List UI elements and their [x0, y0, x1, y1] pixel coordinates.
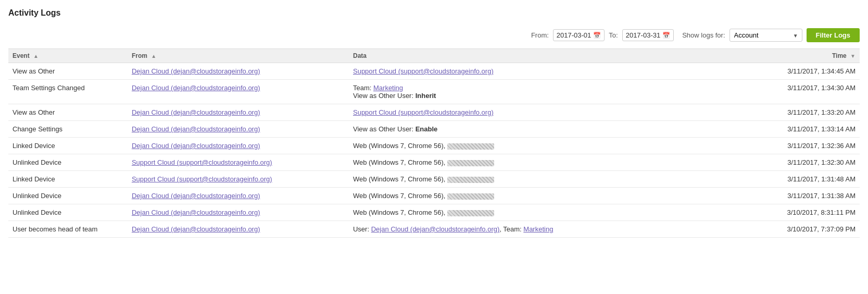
- from-label: From:: [531, 31, 549, 39]
- data-text: View as Other User: Enable: [353, 125, 437, 133]
- cell-from: Dejan Cloud (dejan@cloudstorageinfo.org): [128, 138, 349, 154]
- cell-time: 3/11/2017, 1:31:48 AM: [740, 171, 860, 188]
- cell-data: Web (Windows 7, Chrome 56),: [349, 154, 740, 171]
- data-device-text: Web (Windows 7, Chrome 56),: [353, 192, 447, 200]
- toolbar: From: 2017-03-01 📅 To: 2017-03-31 📅 Show…: [8, 28, 860, 42]
- page-title: Activity Logs: [8, 8, 860, 18]
- from-link[interactable]: Dejan Cloud (dejan@cloudstorageinfo.org): [132, 225, 260, 233]
- cell-event: View as Other: [8, 104, 128, 121]
- header-from[interactable]: From ▲: [128, 49, 349, 63]
- redacted-ip: [447, 193, 494, 200]
- user-link[interactable]: Dejan Cloud (dejan@cloudstorageinfo.org): [371, 225, 500, 233]
- cell-time: 3/10/2017, 8:31:11 PM: [740, 204, 860, 221]
- cell-event: Linked Device: [8, 171, 128, 188]
- to-date-value: 2017-03-31: [626, 31, 661, 39]
- from-link[interactable]: Support Cloud (support@cloudstorageinfo.…: [132, 175, 272, 183]
- redacted-ip: [447, 177, 494, 183]
- cell-event: Unlinked Device: [8, 154, 128, 171]
- table-row: Unlinked DeviceDejan Cloud (dejan@clouds…: [8, 188, 860, 204]
- data-device-text: Web (Windows 7, Chrome 56),: [353, 142, 447, 150]
- cell-data: Support Cloud (support@cloudstorageinfo.…: [349, 63, 740, 80]
- table-header-row: Event ▲ From ▲ Data Time ▼: [8, 49, 860, 63]
- data-team-line: Team: Marketing: [353, 84, 736, 92]
- cell-from: Dejan Cloud (dejan@cloudstorageinfo.org): [128, 188, 349, 204]
- cell-from: Dejan Cloud (dejan@cloudstorageinfo.org): [128, 204, 349, 221]
- sort-icon-time: ▼: [850, 53, 856, 59]
- filter-logs-button[interactable]: Filter Logs: [807, 28, 860, 42]
- calendar-icon-to: 📅: [662, 32, 670, 39]
- show-logs-label: Show logs for:: [682, 31, 725, 39]
- view-as-value: Inherit: [416, 92, 436, 100]
- cell-time: 3/10/2017, 7:37:09 PM: [740, 221, 860, 238]
- cell-from: Dejan Cloud (dejan@cloudstorageinfo.org): [128, 121, 349, 138]
- data-link[interactable]: Support Cloud (support@cloudstorageinfo.…: [353, 67, 494, 75]
- table-row: User becomes head of teamDejan Cloud (de…: [8, 221, 860, 238]
- activity-logs-table: Event ▲ From ▲ Data Time ▼ View as Other…: [8, 48, 860, 238]
- account-select[interactable]: Account: [729, 29, 802, 42]
- cell-data: Support Cloud (support@cloudstorageinfo.…: [349, 104, 740, 121]
- cell-time: 3/11/2017, 1:34:45 AM: [740, 63, 860, 80]
- from-link[interactable]: Dejan Cloud (dejan@cloudstorageinfo.org): [132, 84, 260, 92]
- cell-data: Web (Windows 7, Chrome 56),: [349, 138, 740, 154]
- cell-from: Dejan Cloud (dejan@cloudstorageinfo.org): [128, 63, 349, 80]
- account-select-wrapper[interactable]: Account: [729, 29, 802, 42]
- cell-event: Unlinked Device: [8, 188, 128, 204]
- table-row: View as OtherDejan Cloud (dejan@cloudsto…: [8, 104, 860, 121]
- cell-data: User: Dejan Cloud (dejan@cloudstorageinf…: [349, 221, 740, 238]
- to-date-input[interactable]: 2017-03-31 📅: [622, 29, 674, 41]
- cell-data: Team: MarketingView as Other User: Inher…: [349, 80, 740, 104]
- from-date-input[interactable]: 2017-03-01 📅: [553, 29, 605, 41]
- table-row: Unlinked DeviceSupport Cloud (support@cl…: [8, 154, 860, 171]
- header-data: Data: [349, 49, 740, 63]
- data-head-team-text: User: Dejan Cloud (dejan@cloudstorageinf…: [353, 225, 553, 233]
- from-date-value: 2017-03-01: [557, 31, 592, 39]
- cell-from: Dejan Cloud (dejan@cloudstorageinfo.org): [128, 104, 349, 121]
- cell-event: Team Settings Changed: [8, 80, 128, 104]
- data-view-as-line: View as Other User: Inherit: [353, 92, 736, 100]
- cell-time: 3/11/2017, 1:33:20 AM: [740, 104, 860, 121]
- cell-event: Linked Device: [8, 138, 128, 154]
- cell-event: Unlinked Device: [8, 204, 128, 221]
- from-link[interactable]: Support Cloud (support@cloudstorageinfo.…: [132, 158, 272, 166]
- table-row: View as OtherDejan Cloud (dejan@cloudsto…: [8, 63, 860, 80]
- cell-event: View as Other: [8, 63, 128, 80]
- calendar-icon-from: 📅: [593, 32, 601, 39]
- cell-data: Web (Windows 7, Chrome 56),: [349, 171, 740, 188]
- data-link[interactable]: Support Cloud (support@cloudstorageinfo.…: [353, 108, 494, 116]
- table-row: Linked DeviceDejan Cloud (dejan@cloudsto…: [8, 138, 860, 154]
- team-link[interactable]: Marketing: [523, 225, 553, 233]
- from-link[interactable]: Dejan Cloud (dejan@cloudstorageinfo.org): [132, 192, 260, 200]
- redacted-ip: [447, 160, 494, 166]
- data-device-text: Web (Windows 7, Chrome 56),: [353, 175, 447, 183]
- redacted-ip: [447, 210, 494, 216]
- redacted-ip: [447, 143, 494, 150]
- cell-data: Web (Windows 7, Chrome 56),: [349, 188, 740, 204]
- cell-data: Web (Windows 7, Chrome 56),: [349, 204, 740, 221]
- from-link[interactable]: Dejan Cloud (dejan@cloudstorageinfo.org): [132, 125, 260, 133]
- from-link[interactable]: Dejan Cloud (dejan@cloudstorageinfo.org): [132, 142, 260, 150]
- sort-icon-event: ▲: [33, 53, 39, 59]
- cell-from: Support Cloud (support@cloudstorageinfo.…: [128, 154, 349, 171]
- header-time[interactable]: Time ▼: [740, 49, 860, 63]
- cell-time: 3/11/2017, 1:31:38 AM: [740, 188, 860, 204]
- cell-from: Dejan Cloud (dejan@cloudstorageinfo.org): [128, 221, 349, 238]
- table-row: Unlinked DeviceDejan Cloud (dejan@clouds…: [8, 204, 860, 221]
- cell-time: 3/11/2017, 1:34:30 AM: [740, 80, 860, 104]
- from-link[interactable]: Dejan Cloud (dejan@cloudstorageinfo.org): [132, 67, 260, 75]
- from-link[interactable]: Dejan Cloud (dejan@cloudstorageinfo.org): [132, 209, 260, 216]
- data-device-text: Web (Windows 7, Chrome 56),: [353, 209, 447, 216]
- cell-from: Support Cloud (support@cloudstorageinfo.…: [128, 171, 349, 188]
- header-event[interactable]: Event ▲: [8, 49, 128, 63]
- cell-event: User becomes head of team: [8, 221, 128, 238]
- cell-time: 3/11/2017, 1:32:30 AM: [740, 154, 860, 171]
- cell-time: 3/11/2017, 1:32:36 AM: [740, 138, 860, 154]
- from-link[interactable]: Dejan Cloud (dejan@cloudstorageinfo.org): [132, 108, 260, 116]
- sort-icon-from: ▲: [151, 53, 156, 59]
- table-row: Change SettingsDejan Cloud (dejan@clouds…: [8, 121, 860, 138]
- team-link[interactable]: Marketing: [373, 84, 403, 92]
- table-row: Linked DeviceSupport Cloud (support@clou…: [8, 171, 860, 188]
- to-label: To:: [609, 31, 618, 39]
- cell-time: 3/11/2017, 1:33:14 AM: [740, 121, 860, 138]
- table-row: Team Settings ChangedDejan Cloud (dejan@…: [8, 80, 860, 104]
- data-bold-value: Enable: [416, 125, 438, 133]
